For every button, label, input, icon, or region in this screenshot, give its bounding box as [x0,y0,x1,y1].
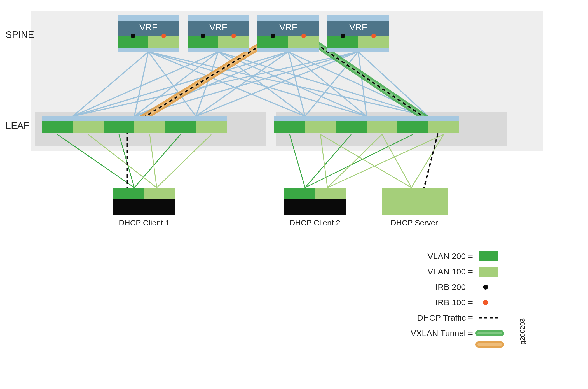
svg-rect-94 [284,199,346,215]
irb100-dot-4 [371,34,376,38]
svg-rect-88 [144,188,175,199]
g-number: g200203 [519,318,526,344]
svg-rect-73 [104,121,134,133]
irb100-dot-1 [161,34,166,38]
svg-rect-63 [257,48,319,52]
irb200-dot-1 [131,34,135,38]
svg-rect-69 [42,116,104,121]
legend-irb200-swatch [483,285,488,290]
legend-vlan200-label: VLAN 200 = [427,251,473,261]
svg-rect-64 [327,15,389,21]
legend: VLAN 200 = VLAN 100 = IRB 200 = IRB 100 … [411,251,501,344]
svg-rect-71 [73,121,104,133]
irb200-dot-4 [341,34,345,38]
legend-dhcp-label: DHCP Traffic = [417,313,473,322]
legend-vlan100-label: VLAN 100 = [427,267,473,276]
legend-vlan100-swatch [479,267,498,277]
irb200-dot-2 [201,34,205,38]
diagram-root: { "labels": { "spine": "SPINE", "leaf": … [0,0,588,389]
irb100-dot-2 [231,34,236,38]
svg-rect-72 [104,116,165,121]
dhcp-client-2 [284,188,346,215]
spine-3: VRF [257,15,319,52]
spine-row-label: SPINE [6,29,34,40]
svg-rect-89 [113,188,144,199]
svg-rect-75 [165,116,227,121]
svg-rect-85 [397,121,428,133]
vrf-label-3: VRF [279,22,297,32]
spine-4: VRF [327,15,389,52]
svg-rect-92 [315,188,346,199]
spine-2: VRF [188,15,249,52]
leaf-row-label: LEAF [6,120,29,131]
vrf-label-1: VRF [139,22,157,32]
svg-rect-93 [284,188,315,199]
dhcp-server [382,188,448,215]
legend-irb100-swatch [483,300,488,305]
svg-rect-90 [113,199,175,215]
legend-vxlan-label: VXLAN Tunnel = [411,329,473,338]
svg-rect-77 [196,121,227,133]
legend-irb100-label: IRB 100 = [435,298,473,307]
svg-rect-82 [336,121,367,133]
dhcp-client-1 [113,188,175,215]
svg-rect-49 [118,15,179,21]
leaf-2 [104,116,165,133]
svg-rect-86 [428,121,459,133]
svg-rect-79 [274,121,305,133]
dhcp-client-2-label: DHCP Client 2 [289,218,340,227]
svg-rect-58 [188,48,249,52]
spine-1: VRF [118,15,179,52]
svg-rect-70 [42,121,73,133]
leaf-5 [336,116,397,133]
svg-rect-54 [188,15,249,21]
vrf-label-4: VRF [349,22,367,32]
svg-rect-81 [336,116,397,121]
leaf-4 [274,116,336,133]
svg-rect-68 [327,48,389,52]
dhcp-server-label: DHCP Server [390,218,438,227]
diagram-svg: VRF VRF VRF [0,0,588,389]
irb100-dot-3 [301,34,306,38]
legend-vlan200-swatch [479,251,498,261]
leaf-6 [397,116,459,133]
leaf-1 [42,116,104,133]
svg-rect-84 [397,116,459,121]
leaf-3 [165,116,227,133]
irb200-dot-3 [271,34,275,38]
svg-rect-80 [305,121,336,133]
dhcp-client-1-label: DHCP Client 1 [119,218,170,227]
svg-rect-53 [118,48,179,52]
legend-irb200-label: IRB 200 = [435,282,473,292]
svg-rect-83 [367,121,397,133]
svg-rect-76 [165,121,196,133]
svg-rect-59 [257,15,319,21]
svg-rect-95 [382,188,448,215]
svg-rect-74 [134,121,165,133]
svg-rect-78 [274,116,336,121]
vrf-label-2: VRF [209,22,227,32]
